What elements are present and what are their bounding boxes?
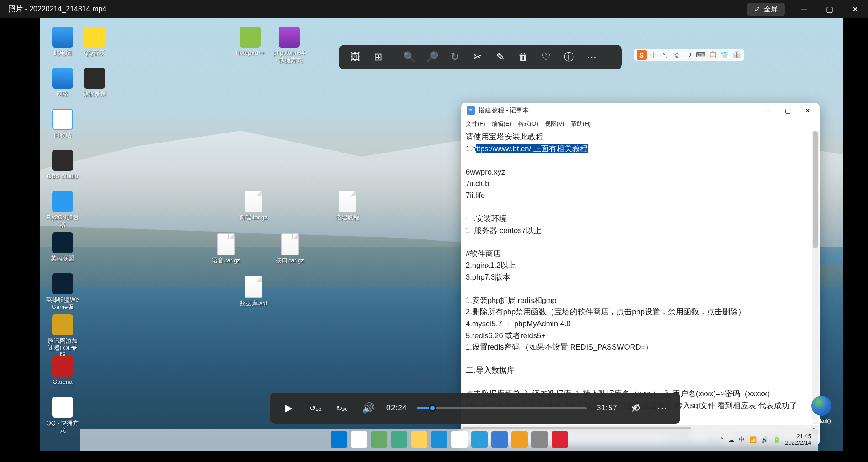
desktop-icon-my-computer[interactable]: 此电脑 (46, 27, 79, 57)
detail-desktop-icon[interactable]: Detail() (805, 396, 838, 424)
tray-date[interactable]: 2022/2/14 (785, 439, 811, 446)
notepad-body[interactable]: 请使用宝塔安装此教程1.https://www.bt.cn/ 上面有相关教程 6… (461, 129, 820, 425)
seek-track[interactable] (417, 407, 587, 409)
grid-icon[interactable]: ⊞ (368, 47, 388, 67)
taskbar-app2-icon[interactable] (511, 431, 528, 448)
total-time: 31:57 (597, 404, 617, 413)
close-button[interactable]: ✕ (842, 0, 868, 18)
info-icon[interactable]: ⓘ (559, 47, 579, 67)
notepad-menu: 文件(F)编辑(E)格式(O)视图(V)帮助(H) (461, 118, 820, 129)
favorite-icon[interactable]: ♡ (536, 47, 556, 67)
app-title: 照片 - 20220214_214314.mp4 (0, 5, 106, 14)
more-icon[interactable]: ⋯ (582, 47, 602, 67)
notepad-close[interactable]: ✕ (798, 103, 818, 118)
media-more-icon[interactable]: ⋯ (654, 400, 670, 416)
ime-skin1[interactable]: 👕 (720, 50, 730, 60)
fullscreen-icon: ⤢ (754, 5, 760, 13)
desktop-file-file-jiaojiao[interactable]: 搭建教程 (331, 190, 364, 221)
photos-titlebar: 照片 - 20220214_214314.mp4 ⤢ 全屏 ─ ▢ ✕ (0, 0, 868, 18)
maximize-button[interactable]: ▢ (817, 0, 842, 18)
loop-disabled-icon[interactable]: ⟲̸ (627, 400, 644, 416)
seek-knob[interactable] (429, 404, 436, 412)
notepad-menu-item[interactable]: 编辑(E) (492, 120, 511, 128)
desktop-file-file-yuyin[interactable]: 语音.tar.gz (209, 233, 243, 264)
fullscreen-label: 全屏 (764, 5, 778, 14)
tray-wifi-icon[interactable]: 📶 (749, 436, 757, 443)
fullscreen-button[interactable]: ⤢ 全屏 (747, 3, 785, 16)
notepad-minimize[interactable]: ─ (758, 103, 778, 118)
crop-icon[interactable]: ✂ (468, 47, 488, 67)
play-button[interactable]: ▶ (280, 400, 297, 416)
volume-button[interactable]: 🔊 (360, 400, 376, 416)
notepad-title: 搭建教程 - 记事本 (479, 106, 529, 115)
photos-edit-toolbar: 🖼 ⊞ 🔍 🔎 ↻ ✂ ✎ 🗑 ♡ ⓘ ⋯ (339, 45, 622, 69)
desktop-icon-qq-music[interactable]: QQ音乐 (78, 27, 111, 57)
notepad-titlebar[interactable]: ≡ 搭建教程 - 记事本 ─ ▢ ✕ (461, 103, 820, 118)
ime-toolbar[interactable]: S 中 °, ☺ 🎙 ⌨ 📋 👕 👔 (634, 49, 744, 61)
desktop-icon-qq-shortcut[interactable]: QQ - 快捷方式 (46, 397, 79, 434)
ime-clipboard[interactable]: 📋 (708, 50, 718, 60)
notepad-menu-item[interactable]: 视图(V) (545, 120, 564, 128)
rewind-10-button[interactable]: ↺₁₀ (307, 400, 323, 416)
scrollbar-thumb[interactable] (813, 131, 818, 248)
taskbar-taskview-icon[interactable] (371, 431, 387, 448)
detail-label: Detail() (805, 417, 838, 424)
desktop-icon-lol[interactable]: 英雄联盟 (46, 232, 79, 262)
desktop-file-file-qianduan[interactable]: 前端.tar.gz (237, 190, 270, 221)
taskbar-search-icon[interactable] (351, 431, 367, 448)
taskbar-telegram-icon[interactable] (471, 431, 488, 448)
notepad-menu-item[interactable]: 文件(F) (466, 120, 485, 128)
taskbar-widgets-icon[interactable] (391, 431, 407, 448)
desktop-icon-garena[interactable]: Garena (46, 356, 79, 386)
taskbar-chrome-icon[interactable] (451, 431, 468, 448)
taskbar[interactable]: ˄ ☁ 中 📶 🔊 🔋 21:45 2022/2/14 (80, 429, 818, 451)
desktop-file-file-sql[interactable]: 数据库.sql (237, 276, 270, 307)
desktop-file-file-jiekou[interactable]: 接口.tar.gz (273, 233, 307, 264)
taskbar-app1-icon[interactable] (491, 431, 508, 448)
tray-battery-icon[interactable]: 🔋 (773, 436, 780, 443)
tray-lang[interactable]: 中 (739, 435, 745, 444)
desktop-icon-network[interactable]: 网络 (46, 68, 79, 98)
desktop-icon-obs[interactable]: OBS Studio (46, 150, 79, 180)
desktop-icon-lol-wg[interactable]: 英雄联盟WeGame版 (46, 273, 79, 310)
desktop-icon-screen-rec[interactable]: 傲软录屏 (78, 68, 111, 98)
notepad-menu-item[interactable]: 格式(O) (518, 120, 538, 128)
globe-icon (811, 396, 831, 416)
desktop-icon-phpstorm[interactable]: phpstorm64 - 快捷方式 (272, 27, 306, 64)
desktop-icon-fly2cn[interactable]: Fly2CN加速器 (46, 191, 79, 228)
system-tray[interactable]: ˄ ☁ 中 📶 🔊 🔋 21:45 2022/2/14 (721, 433, 811, 446)
ime-punct[interactable]: °, (660, 50, 670, 60)
taskbar-explorer-icon[interactable] (411, 431, 427, 448)
desktop-icon-recycle-bin[interactable]: 回收站 (46, 109, 79, 139)
ime-emoji[interactable]: ☺ (672, 50, 682, 60)
sogou-icon[interactable]: S (637, 50, 647, 60)
notepad-maximize[interactable]: ▢ (778, 103, 798, 118)
ime-voice[interactable]: 🎙 (684, 50, 694, 60)
delete-icon[interactable]: 🗑 (513, 47, 533, 67)
viewer-area: 🖼 ⊞ 🔍 🔎 ↻ ✂ ✎ 🗑 ♡ ⓘ ⋯ S 中 °, ☺ 🎙 ⌨ 📋 👕 👔… (40, 18, 843, 451)
forward-30-button[interactable]: ↻₃₀ (333, 400, 350, 416)
ime-lang[interactable]: 中 (648, 50, 658, 60)
tray-chevron-icon[interactable]: ˄ (721, 436, 724, 443)
media-playback-bar: ▶ ↺₁₀ ↻₃₀ 🔊 02:24 31:57 ⟲̸ ⋯ (270, 393, 680, 424)
ime-skin2[interactable]: 👔 (731, 50, 742, 60)
taskbar-app3-icon[interactable] (531, 431, 548, 448)
tray-time[interactable]: 21:45 (796, 433, 811, 440)
notepad-menu-item[interactable]: 帮助(H) (571, 120, 591, 128)
notepad-icon: ≡ (467, 106, 475, 115)
zoom-in-icon[interactable]: 🔍 (399, 47, 419, 67)
desktop-icon-notepadpp[interactable]: Notepad++ (233, 27, 267, 57)
desktop-icon-tencent-acc[interactable]: 腾讯网游加速器LOL专版 (46, 314, 79, 359)
draw-icon[interactable]: ✎ (490, 47, 510, 67)
image-icon[interactable]: 🖼 (345, 47, 365, 67)
tray-cloud-icon[interactable]: ☁ (728, 436, 734, 443)
tray-volume-icon[interactable]: 🔊 (761, 436, 768, 443)
taskbar-edge-icon[interactable] (431, 431, 447, 448)
ime-keyboard[interactable]: ⌨ (696, 50, 706, 60)
rotate-icon[interactable]: ↻ (445, 47, 465, 67)
taskbar-rec-icon[interactable] (552, 431, 568, 448)
minimize-button[interactable]: ─ (791, 0, 817, 18)
zoom-out-icon[interactable]: 🔎 (422, 47, 442, 67)
notepad-vscrollbar[interactable] (812, 131, 819, 424)
taskbar-start-icon[interactable] (331, 431, 347, 448)
